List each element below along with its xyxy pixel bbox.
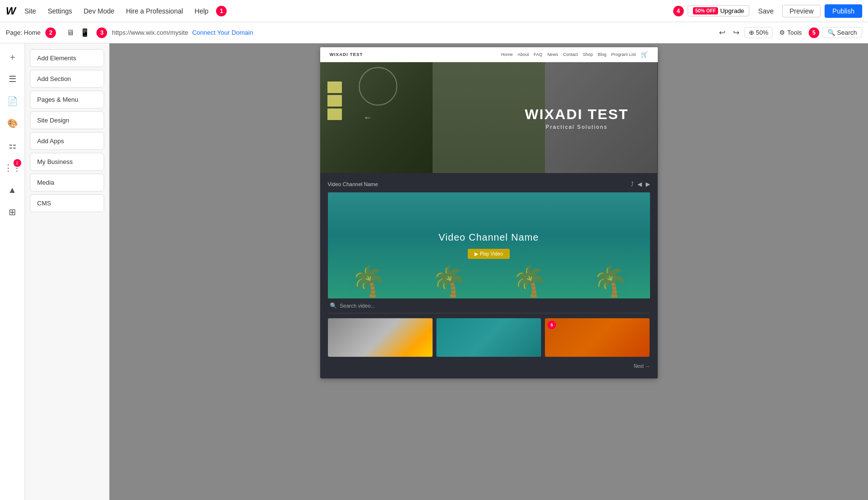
badge-2: 2	[45, 27, 56, 38]
video-search: 🔍 Search video...	[328, 298, 650, 313]
palm-3: 🌴	[511, 264, 547, 298]
video-thumb-2[interactable]	[436, 318, 541, 357]
sidebar-cms-btn[interactable]: ⊞	[3, 203, 22, 222]
url-bar: https://www.wix.com/mysite Connect Your …	[112, 29, 712, 36]
sidebar-business-btn[interactable]: ⋮⋮ 2	[3, 158, 22, 177]
wix-logo[interactable]: W	[6, 5, 15, 17]
badge-4: 4	[673, 6, 684, 16]
nav-contact[interactable]: Contact	[563, 52, 578, 57]
media-icon: ▲	[8, 185, 17, 195]
hero-left-arrow[interactable]: ←	[364, 113, 372, 123]
help-menu-btn[interactable]: Help	[191, 5, 213, 17]
save-btn[interactable]: Save	[753, 5, 778, 17]
video-section-header: Video Channel Name ⤴ ◀ ▶	[328, 181, 650, 188]
search-icon: 🔍	[827, 29, 835, 36]
add-elements-icon-btn[interactable]: ＋	[3, 47, 22, 67]
my-business-btn[interactable]: My Business	[30, 153, 104, 171]
search-btn[interactable]: 🔍 Search	[822, 27, 862, 38]
video-thumb-3[interactable]: 5	[545, 318, 650, 357]
site-menu-btn[interactable]: Site	[21, 5, 40, 17]
prev-icon[interactable]: ◀	[637, 181, 642, 188]
hero-section: ← WIXADI TEST Practical Solutions	[320, 62, 658, 173]
page-label: Page: Home	[6, 29, 41, 36]
badge-3: 3	[96, 27, 107, 38]
hero-title: WIXADI TEST	[525, 106, 628, 122]
tools-label: Tools	[787, 29, 801, 36]
upgrade-btn[interactable]: 50% OFF Upgrade	[688, 5, 750, 16]
video-channel-label: Video Channel Name	[328, 181, 378, 187]
apps-icon: ⚏	[9, 140, 16, 151]
add-apps-btn[interactable]: Add Apps	[30, 132, 104, 150]
redo-btn[interactable]: ↪	[731, 27, 742, 39]
palm-4: 🌴	[592, 264, 628, 298]
video-player[interactable]: 🌴 🌴 🌴 🌴 Video Channel Name ▶ Play Video	[328, 192, 650, 298]
video-search-icon: 🔍	[330, 302, 337, 309]
video-thumb-1[interactable]	[328, 318, 433, 357]
cms-icon: ⊞	[9, 207, 16, 217]
tools-btn[interactable]: ⚙ Tools	[775, 27, 805, 38]
top-nav-bar: W Site Settings Dev Mode Hire a Professi…	[0, 0, 868, 22]
sidebar-layers-btn[interactable]: ☰	[3, 69, 22, 89]
site-preview: WIXADI TEST Home About FAQ News Contact …	[320, 47, 658, 378]
hero-arc-decoration	[359, 67, 397, 106]
tools-icon: ⚙	[779, 29, 785, 36]
nav-shop[interactable]: Shop	[583, 52, 593, 57]
sidebar-design-btn[interactable]: 🎨	[3, 114, 22, 133]
zoom-btn[interactable]: ⊕ 50%	[745, 27, 773, 38]
design-icon: 🎨	[7, 118, 18, 129]
publish-btn[interactable]: Publish	[825, 4, 862, 18]
layers-icon: ☰	[9, 74, 16, 84]
add-section-btn[interactable]: Add Section	[30, 70, 104, 88]
sticky-notes	[327, 81, 342, 120]
nav-about[interactable]: About	[517, 52, 529, 57]
site-logo-text: WIXADI TEST	[330, 52, 363, 57]
mobile-device-btn[interactable]: 📱	[78, 26, 92, 39]
nav-faq[interactable]: FAQ	[534, 52, 542, 57]
preview-btn[interactable]: Preview	[782, 5, 821, 17]
site-header: WIXADI TEST Home About FAQ News Contact …	[320, 47, 658, 62]
fifty-off-badge: 50% OFF	[693, 7, 719, 14]
nav-home[interactable]: Home	[501, 52, 513, 57]
connect-domain-link[interactable]: Connect Your Domain	[192, 29, 253, 36]
badge-5: 5	[809, 27, 819, 38]
desktop-device-btn[interactable]: 🖥	[65, 26, 76, 39]
play-video-btn[interactable]: ▶ Play Video	[468, 249, 509, 259]
sticky-note-2	[327, 95, 342, 107]
next-icon[interactable]: ▶	[646, 181, 650, 188]
zoom-label: 50%	[756, 29, 768, 36]
settings-menu-btn[interactable]: Settings	[44, 5, 76, 17]
video-channel-title: Video Channel Name	[439, 232, 539, 243]
video-section-icons: ⤴ ◀ ▶	[631, 181, 650, 188]
canvas-area[interactable]: WIXADI TEST Home About FAQ News Contact …	[109, 43, 868, 500]
video-title-overlay: Video Channel Name ▶ Play Video	[439, 232, 539, 259]
nav-blog[interactable]: Blog	[597, 52, 606, 57]
plus-icon: ＋	[8, 51, 17, 63]
hire-professional-btn[interactable]: Hire a Professional	[122, 5, 187, 17]
icon-sidebar: ＋ ☰ 📄 🎨 ⚏ ⋮⋮ 2 ▲ ⊞	[0, 43, 25, 500]
sidebar-apps-btn[interactable]: ⚏	[3, 136, 22, 155]
share-icon[interactable]: ⤴	[631, 181, 634, 188]
add-elements-btn[interactable]: Add Elements	[30, 49, 104, 67]
cart-icon[interactable]: 🛒	[641, 51, 648, 58]
business-badge: 2	[14, 159, 21, 167]
palm-2: 🌴	[431, 264, 467, 298]
sidebar-pages-btn[interactable]: 📄	[3, 92, 22, 111]
palm-trees: 🌴 🌴 🌴 🌴	[328, 264, 650, 298]
nav-program-list[interactable]: Program List	[611, 52, 636, 57]
cms-btn[interactable]: CMS	[30, 194, 104, 212]
sticky-note-1	[327, 81, 342, 93]
second-bar: Page: Home 2 🖥 📱 3 https://www.wix.com/m…	[0, 22, 868, 43]
nav-news[interactable]: News	[547, 52, 558, 57]
sidebar-media-btn[interactable]: ▲	[3, 180, 22, 200]
undo-btn[interactable]: ↩	[717, 27, 728, 39]
video-next[interactable]: Next →	[328, 362, 650, 371]
upgrade-label: Upgrade	[720, 7, 744, 14]
media-btn[interactable]: Media	[30, 174, 104, 191]
search-label: Search	[837, 29, 857, 36]
dev-mode-menu-btn[interactable]: Dev Mode	[80, 5, 118, 17]
search-video-text: Search video...	[340, 303, 375, 309]
site-design-btn[interactable]: Site Design	[30, 111, 104, 129]
video-thumbnails: 5	[328, 313, 650, 362]
pages-icon: 📄	[7, 96, 18, 107]
pages-menu-btn[interactable]: Pages & Menu	[30, 91, 104, 108]
